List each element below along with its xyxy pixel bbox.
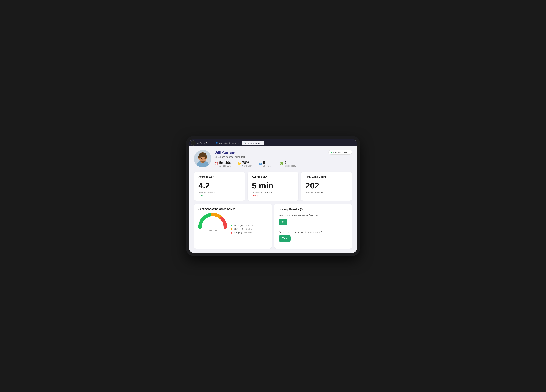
gauge-label: Case Count <box>198 229 227 231</box>
avg-sla-change-arrow: ↑ <box>257 194 258 197</box>
avg-sla-change: 40% ↑ <box>252 194 294 197</box>
csat-value: 78% <box>242 161 253 165</box>
neutral-label: 34.5% (14) <box>234 228 244 230</box>
svg-point-8 <box>204 158 205 159</box>
avg-sla-previous-label: Previous Period <box>252 191 266 194</box>
sla-icon: ⏰ <box>214 162 218 166</box>
survey-answer-1: 8 <box>279 219 287 225</box>
sla-label: Average SLA <box>219 165 231 167</box>
positive-type: Positive <box>246 224 253 227</box>
neutral-type: Neutral <box>246 228 252 230</box>
gauge-sub-label: - - <box>198 232 227 234</box>
stat-sla: ⏰ 5m 10s Average SLA <box>214 161 231 167</box>
avg-csat-value: 4.2 <box>198 182 240 190</box>
avg-sla-previous-value: 3 min <box>267 191 272 194</box>
tab-supervisor[interactable]: 👤 Supervisor Console ✕ <box>214 141 241 145</box>
online-chevron-icon: ▾ <box>349 151 350 153</box>
avg-csat-previous-label: Previous Period <box>198 191 213 194</box>
device-inner: ACME ⠿ Acme Tech ▾ 👤 Supervisor Console … <box>189 139 357 253</box>
stat-open-cases: C 5 Open Cases <box>259 161 273 167</box>
gauge-area: Case Count - - 34.5% (32) Positive <box>198 213 267 234</box>
total-cases-previous-label: Previous Period <box>306 191 320 194</box>
avatar <box>194 150 211 167</box>
negative-dot <box>231 232 232 234</box>
avg-sla-previous: Previous Period 3 min <box>252 191 294 194</box>
total-cases-title: Total Case Count <box>306 176 348 178</box>
metric-card-cases: Total Case Count 202 Previous Period 9K <box>301 172 352 201</box>
grid-icon: ⠿ <box>197 142 199 144</box>
agent-tab-close[interactable]: ✕ <box>261 142 262 144</box>
device-frame: ACME ⠿ Acme Tech ▾ 👤 Supervisor Console … <box>186 136 360 256</box>
total-cases-previous-value: 9K <box>321 191 323 194</box>
total-cases-previous: Previous Period 9K <box>306 191 348 194</box>
agent-name: Will Carson <box>214 150 325 155</box>
avg-csat-previous-value: 3.7 <box>214 191 216 194</box>
workspace-name[interactable]: Acme Tech ▾ <box>200 142 212 144</box>
neutral-dot <box>231 228 232 230</box>
avg-csat-title: Average CSAT <box>198 176 240 178</box>
legend-neutral: 34.5% (14) Neutral <box>231 228 253 230</box>
legend-list: 34.5% (32) Positive 34.5% (14) Neutral 3… <box>231 224 253 234</box>
metric-card-csat: Average CSAT 4.2 Previous Period 3.7 11%… <box>194 172 245 201</box>
open-cases-value: 5 <box>263 161 273 165</box>
negative-label: 31% (10) <box>234 231 242 234</box>
survey-question-1: How do you rate us on a scale from 1 -10… <box>279 214 348 217</box>
agent-tab-label: Agent Insights <box>247 142 260 144</box>
svg-point-11 <box>206 157 207 159</box>
supervisor-tab-icon: 👤 <box>216 142 218 144</box>
workspace-chevron-icon: ▾ <box>211 142 212 144</box>
workspace-label: Acme Tech <box>200 142 210 144</box>
open-cases-icon: C <box>259 163 262 165</box>
agent-stats: ⏰ 5m 10s Average SLA 💛 78% CSAT Score <box>214 161 325 167</box>
svg-point-7 <box>201 158 202 159</box>
supervisor-tab-label: Supervisor Console <box>219 142 236 144</box>
total-cases-value: 202 <box>306 182 348 190</box>
agent-info: Will Carson L1 Support Agent at Acme Tec… <box>214 150 325 167</box>
closed-today-icon: ✅ <box>280 162 283 166</box>
avg-csat-change-arrow: ↑ <box>203 194 205 197</box>
stat-csat: 💛 78% CSAT Score <box>237 161 253 167</box>
open-cases-label: Open Cases <box>263 165 273 167</box>
online-dot <box>331 152 332 153</box>
acme-logo: ACME <box>191 140 196 145</box>
avg-sla-change-value: 40% <box>252 194 256 197</box>
negative-type: Negative <box>244 231 252 234</box>
online-status-badge[interactable]: Currently Online ▾ <box>328 150 352 155</box>
sentiment-title: Sentiment of the Cases Solved <box>198 208 267 210</box>
online-status-label: Currently Online <box>333 151 348 153</box>
tab-bar: ACME ⠿ Acme Tech ▾ 👤 Supervisor Console … <box>189 139 357 145</box>
legend-positive: 34.5% (32) Positive <box>231 224 253 227</box>
sentiment-card: Sentiment of the Cases Solved <box>194 204 272 249</box>
main-content: Will Carson L1 Support Agent at Acme Tec… <box>189 145 357 253</box>
survey-card: Survey Results (5) How do you rate us on… <box>274 204 352 249</box>
avg-sla-title: Average SLA <box>252 176 294 178</box>
avg-sla-value: 5 min <box>252 182 294 190</box>
agent-header: Will Carson L1 Support Agent at Acme Tec… <box>194 150 352 167</box>
closed-today-value: 9 <box>285 161 296 165</box>
gauge-chart <box>198 213 227 229</box>
csat-label: CSAT Score <box>242 165 253 167</box>
browser-chrome: ACME ⠿ Acme Tech ▾ 👤 Supervisor Console … <box>189 139 357 145</box>
closed-today-label: Closed Today <box>285 165 296 167</box>
positive-label: 34.5% (32) <box>234 224 244 227</box>
agent-title: L1 Support Agent at Acme Tech <box>214 156 325 158</box>
tab-agent-insights[interactable]: 🔍 Agent Insights ✕ <box>241 141 264 145</box>
logo-area: ACME ⠿ Acme Tech ▾ <box>191 140 212 145</box>
stat-closed-today: ✅ 9 Closed Today <box>280 161 296 167</box>
metric-card-sla: Average SLA 5 min Previous Period 3 min … <box>247 172 299 201</box>
bottom-grid: Sentiment of the Cases Solved <box>194 204 352 249</box>
svg-point-10 <box>198 157 200 159</box>
positive-dot <box>231 225 232 226</box>
metrics-grid: Average CSAT 4.2 Previous Period 3.7 11%… <box>194 172 352 201</box>
agent-tab-icon: 🔍 <box>244 142 246 144</box>
survey-question-2: Did you receive an answer to your questi… <box>279 231 348 233</box>
survey-title: Survey Results (5) <box>279 208 348 211</box>
svg-point-9 <box>202 159 203 160</box>
new-tab-button[interactable]: + <box>265 141 269 145</box>
supervisor-tab-close[interactable]: ✕ <box>237 142 239 144</box>
csat-icon: 💛 <box>237 162 241 166</box>
avg-csat-change-value: 11% <box>198 194 203 197</box>
legend-negative: 31% (10) Negative <box>231 231 253 234</box>
sla-value: 5m 10s <box>219 161 231 165</box>
avg-csat-change: 11% ↑ <box>198 194 240 197</box>
